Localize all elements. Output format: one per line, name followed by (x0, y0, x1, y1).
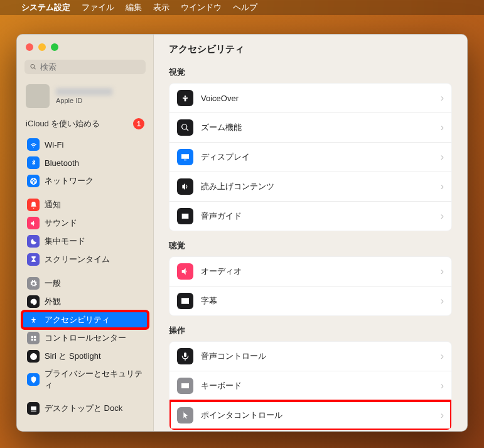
sidebar-item-label: Bluetooth (45, 158, 79, 168)
chevron-right-icon: › (441, 295, 444, 307)
row-label: 読み上げコンテンツ (201, 181, 433, 192)
keyboard-icon (180, 381, 190, 391)
chevron-right-icon: › (441, 151, 444, 163)
chevron-right-icon: › (441, 210, 444, 222)
settings-row-voiceover[interactable]: VoiceOver› (169, 84, 451, 112)
captions-icon (180, 296, 190, 306)
menu-window[interactable]: ウインドウ (181, 2, 222, 13)
settings-row-display[interactable]: ディスプレイ› (169, 142, 451, 172)
sidebar-nav: Wi-FiBluetoothネットワーク通知サウンド集中モードスクリーンタイム一… (17, 136, 153, 431)
sidebar-item-hourglass[interactable]: スクリーンタイム (22, 251, 148, 268)
wifi-icon (30, 141, 38, 149)
row-label: 音声コントロール (201, 351, 433, 362)
sidebar-item-network[interactable]: ネットワーク (22, 172, 148, 190)
sidebar-item-label: Wi-Fi (45, 140, 63, 150)
settings-row-audio[interactable]: オーディオ› (169, 257, 451, 286)
app-menu[interactable]: システム設定 (21, 2, 70, 13)
sidebar-item-label: Siri と Spotlight (45, 351, 101, 362)
settings-row-zoom[interactable]: ズーム機能› (169, 112, 451, 142)
network-icon (30, 177, 38, 185)
appearance-icon (30, 298, 38, 306)
privacy-icon (30, 376, 38, 384)
section-label: 操作 (169, 325, 452, 336)
menu-view[interactable]: 表示 (153, 2, 169, 13)
settings-row-descriptions[interactable]: 音声ガイド› (169, 201, 451, 231)
search-input[interactable] (40, 62, 141, 72)
accessibility-icon (30, 316, 38, 324)
sidebar-item-label: スクリーンタイム (45, 254, 110, 265)
settings-card: 音声コントロール›キーボード›ポインタコントロール› (169, 341, 452, 430)
chevron-right-icon: › (441, 351, 444, 362)
sidebar-item-label: 集中モード (45, 236, 85, 247)
profile-name (56, 88, 112, 96)
sidebar-item-label: アクセシビリティ (45, 314, 110, 325)
sound-icon (30, 219, 38, 227)
menubar: システム設定 ファイル 編集 表示 ウインドウ ヘルプ (0, 0, 484, 15)
sidebar-item-bluetooth[interactable]: Bluetooth (22, 154, 148, 172)
apple-id-row[interactable]: Apple ID (17, 80, 153, 114)
sidebar-item-control[interactable]: コントロールセンター (22, 329, 148, 347)
settings-row-spoken[interactable]: 読み上げコンテンツ› (169, 172, 451, 201)
row-label: ズーム機能 (201, 122, 433, 133)
desktop: システム設定 ファイル 編集 表示 ウインドウ ヘルプ Apple ID (0, 0, 484, 448)
close-button[interactable] (26, 43, 33, 51)
maximize-button[interactable] (51, 43, 58, 51)
audio-icon (180, 266, 190, 276)
spoken-icon (180, 182, 190, 192)
sidebar-item-privacy[interactable]: プライバシーとセキュリティ (22, 366, 148, 393)
sidebar-item-label: 外観 (45, 296, 61, 307)
chevron-right-icon: › (441, 92, 444, 104)
zoom-icon (180, 123, 190, 133)
sidebar-item-gear[interactable]: 一般 (22, 275, 148, 292)
control-icon (30, 334, 38, 342)
sidebar-item-siri[interactable]: Siri と Spotlight (22, 347, 148, 365)
window-controls (17, 35, 153, 57)
gear-icon (30, 280, 38, 288)
sidebar-item-label: プライバシーとセキュリティ (45, 368, 143, 391)
minimize-button[interactable] (38, 43, 46, 51)
menu-edit[interactable]: 編集 (126, 2, 142, 13)
settings-card: オーディオ›字幕› (169, 256, 452, 316)
bell-icon (30, 201, 38, 209)
sidebar-item-label: デスクトップと Dock (45, 403, 122, 414)
chevron-right-icon: › (441, 122, 444, 133)
sidebar-item-sound[interactable]: サウンド (22, 214, 148, 232)
avatar (26, 84, 50, 108)
voice-control-icon (180, 351, 190, 361)
search-field[interactable] (24, 60, 146, 74)
sidebar-item-bell[interactable]: 通知 (22, 196, 148, 214)
search-icon (30, 63, 37, 71)
icloud-label: iCloud を使い始める (26, 118, 100, 129)
voiceover-icon (180, 93, 190, 103)
sidebar-item-label: 一般 (45, 278, 61, 289)
chevron-right-icon: › (441, 181, 444, 192)
pointer-icon (180, 410, 190, 420)
sidebar-item-appearance[interactable]: 外観 (22, 293, 148, 310)
settings-row-pointer[interactable]: ポインタコントロール› (169, 400, 451, 430)
page-title: アクセシビリティ (169, 43, 452, 55)
sidebar-item-accessibility[interactable]: アクセシビリティ (22, 311, 148, 329)
notification-badge: 1 (133, 118, 144, 129)
row-label: ディスプレイ (201, 151, 433, 163)
icloud-setup-row[interactable]: iCloud を使い始める 1 (17, 114, 153, 136)
settings-row-keyboard[interactable]: キーボード› (169, 371, 451, 400)
menu-file[interactable]: ファイル (82, 2, 114, 13)
sidebar: Apple ID iCloud を使い始める 1 Wi-FiBluetoothネ… (17, 35, 154, 431)
row-label: 字幕 (201, 295, 433, 307)
menu-help[interactable]: ヘルプ (233, 2, 257, 13)
section-label: 聴覚 (169, 240, 452, 251)
sidebar-item-moon[interactable]: 集中モード (22, 232, 148, 250)
sidebar-item-label: サウンド (45, 217, 77, 229)
row-label: ポインタコントロール (201, 410, 433, 421)
sidebar-item-label: ネットワーク (45, 175, 94, 187)
section-label: 視覚 (169, 67, 452, 78)
sidebar-item-dock[interactable]: デスクトップと Dock (22, 400, 148, 417)
chevron-right-icon: › (441, 266, 444, 277)
display-icon (180, 152, 190, 162)
profile-subtitle: Apple ID (56, 97, 112, 104)
row-label: キーボード (201, 380, 433, 391)
settings-row-captions[interactable]: 字幕› (169, 286, 451, 315)
row-label: VoiceOver (201, 94, 433, 103)
settings-row-voice-control[interactable]: 音声コントロール› (169, 342, 451, 371)
sidebar-item-wifi[interactable]: Wi-Fi (22, 136, 148, 153)
